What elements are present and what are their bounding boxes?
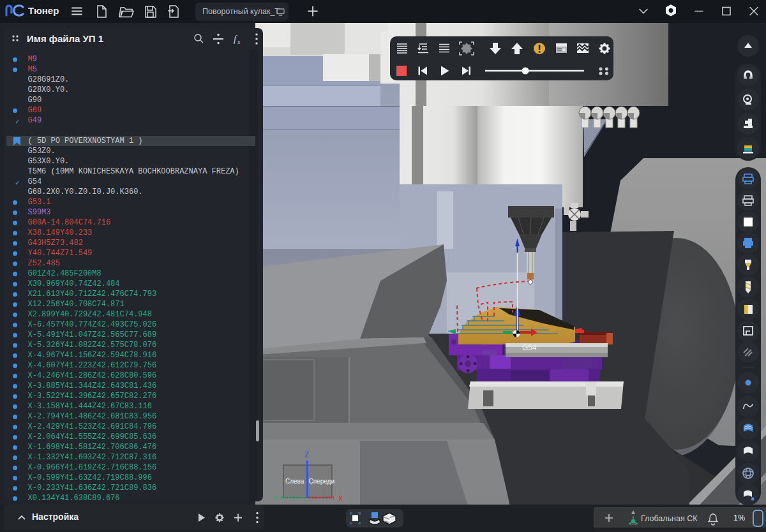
svg-text:Спереди: Спереди bbox=[309, 478, 335, 485]
svg-text:X: X bbox=[338, 495, 343, 504]
svg-text:Слева: Слева bbox=[285, 478, 304, 485]
svg-text:x: x bbox=[237, 39, 241, 45]
svg-text:G54: G54 bbox=[522, 343, 537, 352]
svg-text:Z: Z bbox=[304, 451, 309, 460]
svg-text:Y: Y bbox=[273, 495, 278, 504]
